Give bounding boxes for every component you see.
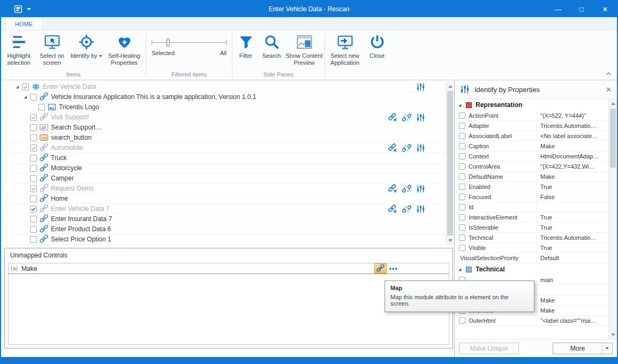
tree-row[interactable]: Tricentis Logo xyxy=(4,102,446,112)
checkbox[interactable] xyxy=(30,206,37,213)
checkbox[interactable] xyxy=(30,155,37,162)
slider-track[interactable] xyxy=(152,42,227,43)
unmap-icon[interactable] xyxy=(388,184,397,193)
checkbox[interactable] xyxy=(30,175,37,182)
identify-properties-icon[interactable] xyxy=(416,82,425,92)
tree-row[interactable]: Select Price Option 1 xyxy=(4,234,446,245)
scroll-up-icon[interactable] xyxy=(609,99,617,108)
identify-properties-icon[interactable] xyxy=(416,143,425,153)
tree-row[interactable]: Automobile xyxy=(4,143,446,153)
search-button[interactable]: Search xyxy=(258,32,285,62)
checkbox[interactable] xyxy=(459,214,465,221)
tree-row[interactable]: Vehicle Insurance Application This is a … xyxy=(4,92,446,102)
property-row[interactable]: FocusedFalse xyxy=(455,192,609,202)
dropdown-caret-icon[interactable] xyxy=(99,55,102,57)
tab-home[interactable]: HOME xyxy=(5,17,42,30)
checkbox[interactable] xyxy=(459,234,465,241)
checkbox[interactable] xyxy=(459,133,465,139)
make-unique-button[interactable]: Make Unique xyxy=(459,343,519,354)
identify-properties-icon[interactable] xyxy=(416,204,425,214)
unmap-icon[interactable] xyxy=(388,143,397,153)
property-row[interactable]: Id xyxy=(455,202,609,213)
property-row[interactable]: ActionPoint"{X=522, Y=444}" xyxy=(455,111,609,121)
checkbox[interactable] xyxy=(459,143,465,149)
property-row[interactable]: ControlArea"{X=422,Y=432,Wi… xyxy=(455,162,609,172)
checkbox[interactable] xyxy=(459,317,465,324)
close-panel-icon[interactable]: ✕ xyxy=(606,86,612,94)
checkbox[interactable] xyxy=(30,216,37,223)
property-row[interactable]: TechnicalTricentis.Automatio… xyxy=(455,233,609,243)
expander-icon[interactable] xyxy=(22,95,29,100)
property-row[interactable]: ContextHtmlDocumentAdap… xyxy=(455,151,609,162)
close-rescan-button[interactable]: Close xyxy=(364,32,390,62)
checkbox[interactable] xyxy=(30,94,37,101)
qat-caret-icon[interactable] xyxy=(27,8,31,10)
expander-icon[interactable] xyxy=(14,85,21,89)
tree-row[interactable]: Enter Insurant Data 7 xyxy=(4,214,446,224)
tree-row[interactable]: Enter Vehicle Data 7 xyxy=(4,204,446,214)
property-row[interactable]: InteractiveElementTrue xyxy=(455,213,609,223)
minimize-button[interactable]: — xyxy=(546,1,570,17)
self-healing-properties-button[interactable]: Self-Healing Properties xyxy=(104,32,145,69)
tree-row[interactable]: Home xyxy=(4,194,446,204)
break-link-icon[interactable] xyxy=(402,143,411,153)
checkbox[interactable] xyxy=(30,124,37,131)
property-row[interactable]: CaptionMake xyxy=(455,141,609,151)
tree-row[interactable]: Truck xyxy=(4,153,446,163)
unmap-icon[interactable] xyxy=(388,113,397,122)
tree-row[interactable]: Enter Vehicle Data xyxy=(4,82,446,92)
show-content-preview-button[interactable]: Show Content Preview xyxy=(285,32,323,69)
checkbox[interactable] xyxy=(30,165,37,172)
scrollbar-thumb[interactable] xyxy=(447,91,453,236)
checkbox[interactable] xyxy=(22,84,29,90)
property-row[interactable]: AssociatedLabel<No label associate… xyxy=(455,131,609,141)
section-expander-icon[interactable] xyxy=(457,103,462,108)
filter-slider[interactable] xyxy=(152,38,227,47)
property-row[interactable]: EnabledTrue xyxy=(455,182,609,192)
highlight-selection-button[interactable]: Highlight selection xyxy=(2,32,35,69)
more-options-icon[interactable]: ••• xyxy=(389,264,398,272)
tree-row[interactable]: Camper xyxy=(4,173,446,184)
checkbox[interactable] xyxy=(459,194,465,200)
checkbox[interactable] xyxy=(459,123,465,129)
checkbox[interactable] xyxy=(30,185,37,192)
more-button[interactable]: More xyxy=(553,343,613,354)
checkbox[interactable] xyxy=(459,173,465,180)
identify-properties-icon[interactable] xyxy=(416,113,425,122)
property-row[interactable]: AdapterTricentis.Automatio… xyxy=(455,121,609,131)
break-link-icon[interactable] xyxy=(402,113,411,122)
select-new-application-button[interactable]: Select new Application xyxy=(326,32,364,69)
property-row[interactable]: VisualSelectionPriorityDefault xyxy=(455,253,609,263)
scrollbar-thumb[interactable] xyxy=(610,109,616,168)
checkbox[interactable] xyxy=(459,163,465,170)
filter-button[interactable]: Filter xyxy=(233,32,258,62)
identify-properties-icon[interactable] xyxy=(416,184,425,193)
checkbox[interactable] xyxy=(459,184,465,190)
checkbox[interactable] xyxy=(459,153,465,160)
tree-row[interactable]: search_button xyxy=(4,133,446,143)
tree-row[interactable]: Visit Support! xyxy=(4,112,446,123)
more-dropdown-caret-icon[interactable] xyxy=(602,343,612,354)
tree-row[interactable]: Enter Product Data 6 xyxy=(4,224,446,234)
property-row[interactable]: VisibleTrue xyxy=(455,243,609,253)
break-link-icon[interactable] xyxy=(402,204,411,214)
checkbox[interactable] xyxy=(38,104,45,111)
checkbox[interactable] xyxy=(30,226,37,233)
tree-row[interactable]: Request Demo xyxy=(4,184,446,194)
slider-handle[interactable] xyxy=(167,39,170,47)
tree-scrollbar[interactable] xyxy=(446,82,454,245)
checkbox[interactable] xyxy=(30,145,37,151)
checkbox[interactable] xyxy=(459,245,465,251)
section-expander-icon[interactable] xyxy=(457,267,462,272)
tree-row[interactable]: Search Support… xyxy=(4,123,446,133)
map-button[interactable] xyxy=(374,263,387,274)
checkbox[interactable] xyxy=(30,134,37,141)
quick-access-toolbar[interactable] xyxy=(14,5,31,13)
scroll-down-icon[interactable] xyxy=(609,330,617,339)
scroll-up-icon[interactable] xyxy=(446,82,454,90)
checkbox[interactable] xyxy=(459,204,465,210)
break-link-icon[interactable] xyxy=(402,184,411,193)
select-on-screen-button[interactable]: Select on screen xyxy=(35,32,69,69)
unmapped-row[interactable]: Make ••• xyxy=(9,263,449,274)
scroll-down-icon[interactable] xyxy=(446,236,454,245)
